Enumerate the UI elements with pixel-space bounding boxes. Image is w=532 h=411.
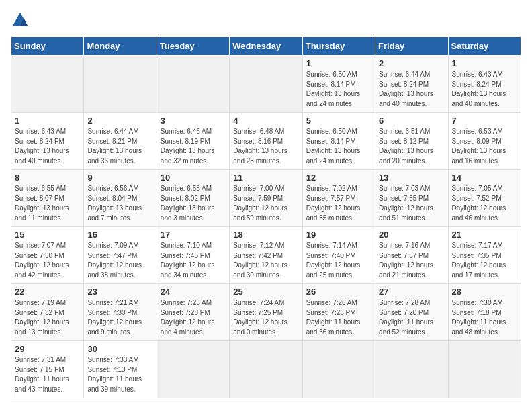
day-cell: [375, 341, 448, 398]
day-cell: 30Sunrise: 7:33 AMSunset: 7:13 PMDayligh…: [84, 341, 157, 398]
day-details: Sunrise: 6:44 AMSunset: 8:21 PMDaylight:…: [87, 127, 152, 166]
day-cell: 24Sunrise: 7:23 AMSunset: 7:28 PMDayligh…: [157, 284, 229, 341]
logo: [11, 11, 32, 30]
day-cell: 25Sunrise: 7:24 AMSunset: 7:25 PMDayligh…: [230, 284, 302, 341]
day-number: 18: [233, 230, 298, 240]
day-number: 14: [452, 173, 517, 183]
day-details: Sunrise: 6:46 AMSunset: 8:19 PMDaylight:…: [161, 127, 226, 166]
days-header-row: SundayMondayTuesdayWednesdayThursdayFrid…: [11, 37, 521, 56]
day-details: Sunrise: 7:28 AMSunset: 7:20 PMDaylight:…: [379, 298, 444, 337]
week-row-2: 1Sunrise: 6:43 AMSunset: 8:24 PMDaylight…: [11, 113, 521, 170]
day-details: Sunrise: 7:31 AMSunset: 7:15 PMDaylight:…: [15, 355, 80, 394]
day-cell: 18Sunrise: 7:12 AMSunset: 7:42 PMDayligh…: [230, 227, 302, 284]
week-row-3: 8Sunrise: 6:55 AMSunset: 8:07 PMDaylight…: [11, 170, 521, 227]
day-details: Sunrise: 7:24 AMSunset: 7:25 PMDaylight:…: [233, 298, 298, 337]
day-cell: [302, 341, 375, 398]
day-cell: 2Sunrise: 6:44 AMSunset: 8:24 PMDaylight…: [375, 56, 448, 113]
day-cell: 22Sunrise: 7:19 AMSunset: 7:32 PMDayligh…: [11, 284, 84, 341]
day-details: Sunrise: 7:14 AMSunset: 7:40 PMDaylight:…: [306, 241, 371, 280]
day-cell: 6Sunrise: 6:51 AMSunset: 8:12 PMDaylight…: [375, 113, 448, 170]
day-header-saturday: Saturday: [448, 37, 521, 56]
day-details: Sunrise: 7:03 AMSunset: 7:55 PMDaylight:…: [379, 184, 444, 223]
day-number: 1: [306, 58, 371, 68]
day-cell: [157, 341, 229, 398]
day-details: Sunrise: 6:50 AMSunset: 8:14 PMDaylight:…: [306, 127, 371, 166]
day-cell: 28Sunrise: 7:30 AMSunset: 7:18 PMDayligh…: [448, 284, 521, 341]
day-cell: 8Sunrise: 6:55 AMSunset: 8:07 PMDaylight…: [11, 170, 84, 227]
day-cell: 13Sunrise: 7:03 AMSunset: 7:55 PMDayligh…: [375, 170, 448, 227]
day-cell: [230, 341, 302, 398]
day-cell: 23Sunrise: 7:21 AMSunset: 7:30 PMDayligh…: [84, 284, 157, 341]
day-cell: 21Sunrise: 7:17 AMSunset: 7:35 PMDayligh…: [448, 227, 521, 284]
day-details: Sunrise: 6:44 AMSunset: 8:24 PMDaylight:…: [379, 70, 444, 109]
day-cell: [84, 56, 157, 113]
day-cell: [11, 56, 84, 113]
day-cell: 19Sunrise: 7:14 AMSunset: 7:40 PMDayligh…: [302, 227, 375, 284]
day-number: 4: [233, 116, 298, 126]
day-cell: 27Sunrise: 7:28 AMSunset: 7:20 PMDayligh…: [375, 284, 448, 341]
day-details: Sunrise: 7:19 AMSunset: 7:32 PMDaylight:…: [15, 298, 80, 337]
day-number: 21: [452, 230, 517, 240]
calendar-table: SundayMondayTuesdayWednesdayThursdayFrid…: [11, 36, 521, 398]
day-details: Sunrise: 7:07 AMSunset: 7:50 PMDaylight:…: [15, 241, 80, 280]
day-number: 1: [452, 58, 517, 68]
day-header-thursday: Thursday: [302, 37, 375, 56]
day-details: Sunrise: 7:23 AMSunset: 7:28 PMDaylight:…: [161, 298, 226, 337]
day-number: 25: [233, 287, 298, 297]
day-cell: 1Sunrise: 6:43 AMSunset: 8:24 PMDaylight…: [448, 56, 521, 113]
day-number: 5: [306, 116, 371, 126]
day-details: Sunrise: 7:05 AMSunset: 7:52 PMDaylight:…: [452, 184, 517, 223]
day-details: Sunrise: 7:17 AMSunset: 7:35 PMDaylight:…: [452, 241, 517, 280]
day-details: Sunrise: 6:48 AMSunset: 8:16 PMDaylight:…: [233, 127, 298, 166]
day-cell: 15Sunrise: 7:07 AMSunset: 7:50 PMDayligh…: [11, 227, 84, 284]
day-number: 13: [379, 173, 444, 183]
day-number: 16: [87, 230, 152, 240]
day-number: 15: [15, 230, 80, 240]
day-cell: 1Sunrise: 6:43 AMSunset: 8:24 PMDaylight…: [11, 113, 84, 170]
day-number: 20: [379, 230, 444, 240]
day-details: Sunrise: 7:33 AMSunset: 7:13 PMDaylight:…: [87, 355, 152, 394]
day-details: Sunrise: 7:26 AMSunset: 7:23 PMDaylight:…: [306, 298, 371, 337]
day-details: Sunrise: 6:58 AMSunset: 8:02 PMDaylight:…: [161, 184, 226, 223]
day-cell: 17Sunrise: 7:10 AMSunset: 7:45 PMDayligh…: [157, 227, 229, 284]
day-number: 24: [161, 287, 226, 297]
day-cell: 3Sunrise: 6:46 AMSunset: 8:19 PMDaylight…: [157, 113, 229, 170]
day-details: Sunrise: 7:16 AMSunset: 7:37 PMDaylight:…: [379, 241, 444, 280]
day-details: Sunrise: 7:21 AMSunset: 7:30 PMDaylight:…: [87, 298, 152, 337]
day-number: 22: [15, 287, 80, 297]
day-cell: 20Sunrise: 7:16 AMSunset: 7:37 PMDayligh…: [375, 227, 448, 284]
week-row-4: 15Sunrise: 7:07 AMSunset: 7:50 PMDayligh…: [11, 227, 521, 284]
day-details: Sunrise: 7:09 AMSunset: 7:47 PMDaylight:…: [87, 241, 152, 280]
day-cell: 5Sunrise: 6:50 AMSunset: 8:14 PMDaylight…: [302, 113, 375, 170]
day-details: Sunrise: 6:53 AMSunset: 8:09 PMDaylight:…: [452, 127, 517, 166]
day-cell: [157, 56, 229, 113]
day-number: 11: [233, 173, 298, 183]
page-header: [11, 11, 521, 30]
day-number: 1: [15, 116, 80, 126]
day-number: 23: [87, 287, 152, 297]
day-cell: [230, 56, 302, 113]
day-details: Sunrise: 7:10 AMSunset: 7:45 PMDaylight:…: [161, 241, 226, 280]
day-number: 10: [161, 173, 226, 183]
week-row-6: 29Sunrise: 7:31 AMSunset: 7:15 PMDayligh…: [11, 341, 521, 398]
day-number: 27: [379, 287, 444, 297]
day-number: 6: [379, 116, 444, 126]
day-details: Sunrise: 7:02 AMSunset: 7:57 PMDaylight:…: [306, 184, 371, 223]
day-header-wednesday: Wednesday: [230, 37, 302, 56]
day-cell: 1Sunrise: 6:50 AMSunset: 8:14 PMDaylight…: [302, 56, 375, 113]
day-details: Sunrise: 6:55 AMSunset: 8:07 PMDaylight:…: [15, 184, 80, 223]
day-header-friday: Friday: [375, 37, 448, 56]
day-cell: 10Sunrise: 6:58 AMSunset: 8:02 PMDayligh…: [157, 170, 229, 227]
day-cell: 4Sunrise: 6:48 AMSunset: 8:16 PMDaylight…: [230, 113, 302, 170]
day-number: 17: [161, 230, 226, 240]
logo-icon: [11, 11, 30, 30]
day-number: 19: [306, 230, 371, 240]
day-header-tuesday: Tuesday: [157, 37, 229, 56]
day-details: Sunrise: 6:43 AMSunset: 8:24 PMDaylight:…: [452, 70, 517, 109]
day-number: 7: [452, 116, 517, 126]
day-header-sunday: Sunday: [11, 37, 84, 56]
day-details: Sunrise: 7:12 AMSunset: 7:42 PMDaylight:…: [233, 241, 298, 280]
day-cell: 14Sunrise: 7:05 AMSunset: 7:52 PMDayligh…: [448, 170, 521, 227]
day-details: Sunrise: 6:43 AMSunset: 8:24 PMDaylight:…: [15, 127, 80, 166]
day-cell: 7Sunrise: 6:53 AMSunset: 8:09 PMDaylight…: [448, 113, 521, 170]
